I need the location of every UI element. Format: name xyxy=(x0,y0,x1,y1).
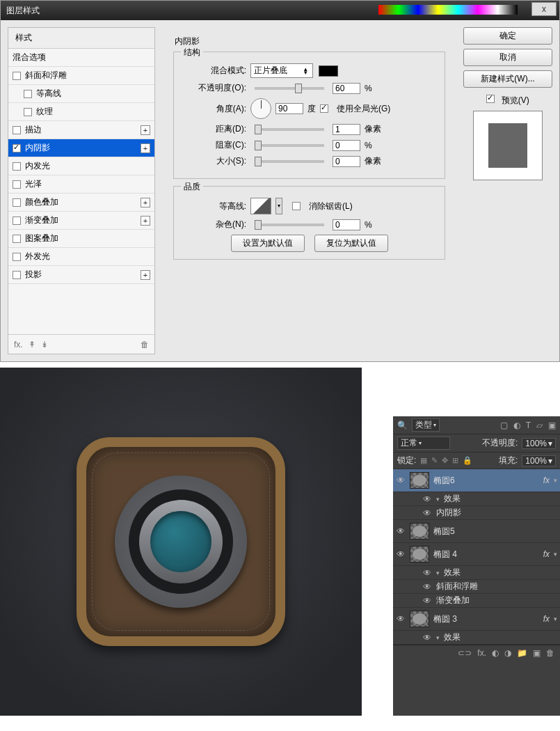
move-down-icon[interactable]: ↡ xyxy=(41,340,48,349)
style-row-等高线[interactable]: 等高线 xyxy=(8,85,154,103)
layer-thumbnail[interactable] xyxy=(410,523,429,540)
visibility-icon[interactable]: 👁 xyxy=(422,508,432,518)
style-row-内阴影[interactable]: 内阴影+ xyxy=(8,139,154,157)
opacity-slider[interactable] xyxy=(255,87,324,90)
visibility-icon[interactable]: 👁 xyxy=(422,494,432,504)
visibility-icon[interactable]: 👁 xyxy=(396,614,406,624)
style-row-外发光[interactable]: 外发光 xyxy=(8,248,154,266)
choke-slider[interactable] xyxy=(255,144,324,147)
visibility-icon[interactable]: 👁 xyxy=(396,526,406,536)
layer-item[interactable]: 👁椭圆5 xyxy=(393,520,560,543)
make-default-button[interactable]: 设置为默认值 xyxy=(231,235,305,252)
layer-thumbnail[interactable] xyxy=(410,546,429,563)
style-checkbox[interactable] xyxy=(13,235,21,243)
close-button[interactable]: x xyxy=(531,2,557,16)
trash-icon[interactable]: 🗑 xyxy=(141,340,149,349)
filter-kind-select[interactable]: 类型▾ xyxy=(412,418,440,432)
adjustment-icon[interactable]: ◑ xyxy=(504,648,511,658)
visibility-icon[interactable]: 👁 xyxy=(422,582,432,592)
add-effect-icon[interactable]: + xyxy=(141,216,150,226)
size-slider[interactable] xyxy=(255,160,324,163)
fx-badge[interactable]: fx xyxy=(543,475,550,485)
blend-mode-select[interactable]: 正常▾ xyxy=(397,437,450,450)
delete-layer-icon[interactable]: 🗑 xyxy=(546,648,554,658)
filter-smart-icon[interactable]: ▣ xyxy=(548,420,556,430)
add-effect-icon[interactable]: + xyxy=(141,125,150,135)
antialias-checkbox[interactable] xyxy=(292,202,301,210)
style-checkbox[interactable] xyxy=(13,72,21,80)
fx-badge[interactable]: fx xyxy=(543,614,550,624)
layer-effect-sub[interactable]: 👁渐变叠加 xyxy=(393,594,560,608)
style-checkbox[interactable] xyxy=(13,198,21,207)
visibility-icon[interactable]: 👁 xyxy=(396,475,406,485)
layer-thumbnail[interactable] xyxy=(410,472,429,489)
layer-item[interactable]: 👁椭圆6fx ▾ xyxy=(393,469,560,492)
lock-all-icon[interactable]: 🔒 xyxy=(463,456,472,465)
layer-effect-sub[interactable]: 👁▾效果 xyxy=(393,566,560,580)
angle-input[interactable]: 90 xyxy=(275,103,303,114)
new-layer-icon[interactable]: ▣ xyxy=(533,648,541,658)
preview-checkbox[interactable] xyxy=(486,95,495,103)
layer-effect-sub[interactable]: 👁▾效果 xyxy=(393,492,560,506)
style-row-内发光[interactable]: 内发光 xyxy=(8,157,154,175)
style-row-斜面和浮雕[interactable]: 斜面和浮雕 xyxy=(8,67,154,85)
style-row-纹理[interactable]: 纹理 xyxy=(8,103,154,121)
blend-options-row[interactable]: 混合选项 xyxy=(8,49,154,67)
collapse-icon[interactable]: ▾ xyxy=(436,634,440,641)
visibility-icon[interactable]: 👁 xyxy=(396,549,406,559)
expand-fx-icon[interactable]: ▾ xyxy=(554,477,557,484)
group-icon[interactable]: 📁 xyxy=(517,648,527,658)
style-row-投影[interactable]: 投影+ xyxy=(8,266,154,284)
filter-adjust-icon[interactable]: ◐ xyxy=(513,420,520,430)
style-row-描边[interactable]: 描边+ xyxy=(8,121,154,139)
style-row-图案叠加[interactable]: 图案叠加 xyxy=(8,230,154,248)
angle-dial[interactable] xyxy=(250,98,271,119)
layer-effect-sub[interactable]: 👁内阴影 xyxy=(393,506,560,520)
style-row-颜色叠加[interactable]: 颜色叠加+ xyxy=(8,194,154,212)
lock-pixels-icon[interactable]: ▦ xyxy=(420,456,427,465)
panel-opacity-input[interactable]: 100%▾ xyxy=(522,438,556,449)
distance-input[interactable]: 1 xyxy=(333,124,360,135)
layer-thumbnail[interactable] xyxy=(410,611,429,627)
style-checkbox[interactable] xyxy=(13,253,21,261)
new-style-button[interactable]: 新建样式(W)... xyxy=(463,70,552,88)
search-icon[interactable]: 🔍 xyxy=(397,420,408,430)
style-checkbox[interactable] xyxy=(13,217,21,225)
expand-fx-icon[interactable]: ▾ xyxy=(554,551,557,558)
visibility-icon[interactable]: 👁 xyxy=(422,596,432,606)
size-input[interactable]: 0 xyxy=(333,156,360,167)
opacity-input[interactable]: 60 xyxy=(333,83,360,94)
add-effect-icon[interactable]: + xyxy=(141,270,150,280)
collapse-icon[interactable]: ▾ xyxy=(436,569,440,576)
layer-item[interactable]: 👁椭圆 3fx ▾ xyxy=(393,608,560,631)
visibility-icon[interactable]: 👁 xyxy=(422,568,432,578)
noise-slider[interactable] xyxy=(255,223,324,226)
lock-brush-icon[interactable]: ✎ xyxy=(431,456,438,465)
style-row-渐变叠加[interactable]: 渐变叠加+ xyxy=(8,212,154,230)
style-checkbox[interactable] xyxy=(13,180,21,189)
style-checkbox[interactable] xyxy=(13,271,21,279)
reset-default-button[interactable]: 复位为默认值 xyxy=(314,235,388,252)
style-checkbox[interactable] xyxy=(13,162,21,171)
fx-menu-icon[interactable]: fx. xyxy=(14,340,23,349)
contour-picker[interactable] xyxy=(250,198,271,214)
distance-slider[interactable] xyxy=(255,128,324,131)
move-up-icon[interactable]: ↟ xyxy=(29,340,35,349)
layer-effect-sub[interactable]: 👁▾效果 xyxy=(393,631,560,645)
lock-artboard-icon[interactable]: ⊞ xyxy=(452,456,458,465)
ok-button[interactable]: 确定 xyxy=(463,27,552,45)
style-checkbox[interactable] xyxy=(13,126,21,134)
expand-fx-icon[interactable]: ▾ xyxy=(554,615,557,622)
add-effect-icon[interactable]: + xyxy=(141,198,150,207)
fx-badge[interactable]: fx xyxy=(543,549,550,559)
style-checkbox[interactable] xyxy=(13,144,21,152)
style-row-光泽[interactable]: 光泽 xyxy=(8,175,154,194)
fx-icon[interactable]: fx. xyxy=(477,648,486,658)
collapse-icon[interactable]: ▾ xyxy=(436,496,440,503)
cancel-button[interactable]: 取消 xyxy=(463,49,552,66)
layer-item[interactable]: 👁椭圆 4fx ▾ xyxy=(393,543,560,566)
style-checkbox[interactable] xyxy=(24,90,32,98)
add-effect-icon[interactable]: + xyxy=(141,143,150,153)
lock-move-icon[interactable]: ✥ xyxy=(442,456,448,465)
layer-effect-sub[interactable]: 👁斜面和浮雕 xyxy=(393,580,560,594)
